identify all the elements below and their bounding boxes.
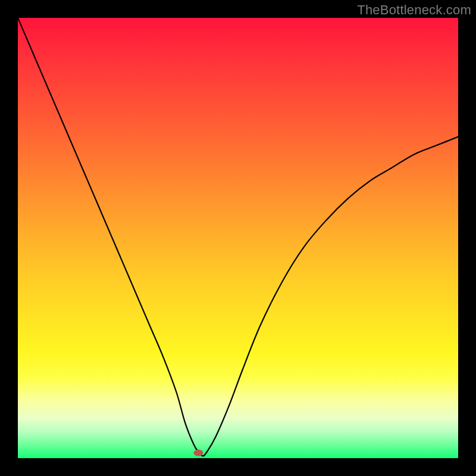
plot-area [18, 18, 458, 458]
minimum-marker [193, 450, 203, 456]
watermark-text: TheBottleneck.com [357, 2, 471, 18]
bottleneck-curve [18, 18, 458, 456]
chart-frame: TheBottleneck.com [0, 0, 476, 476]
curve-svg [18, 18, 458, 458]
